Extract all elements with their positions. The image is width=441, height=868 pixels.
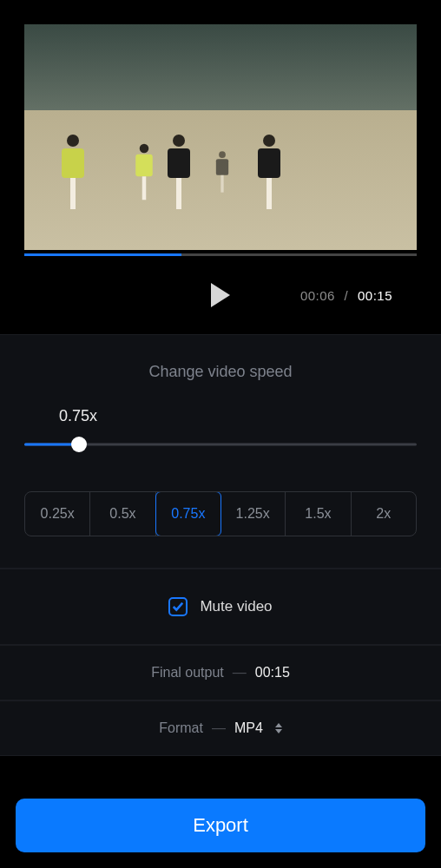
play-icon[interactable] xyxy=(211,283,230,307)
speed-title: Change video speed xyxy=(0,335,441,407)
speed-slider[interactable] xyxy=(24,434,417,455)
speed-preset-0-5x[interactable]: 0.5x xyxy=(90,492,155,536)
speed-slider-thumb[interactable] xyxy=(71,437,87,452)
timecode: 00:06 / 00:15 xyxy=(300,288,392,303)
speed-current-label: 0.75x xyxy=(59,407,417,425)
mute-label: Mute video xyxy=(200,598,272,615)
video-area: 00:06 / 00:15 xyxy=(0,0,441,334)
chevron-down-icon[interactable] xyxy=(275,729,282,733)
speed-panel: Change video speed 0.75x 0.25x0.5x0.75x1… xyxy=(0,334,441,569)
format-row: Format — MP4 xyxy=(0,700,441,756)
speed-preset-1-5x[interactable]: 1.5x xyxy=(286,492,351,536)
format-label: Format xyxy=(159,720,203,736)
speed-preset-1-25x[interactable]: 1.25x xyxy=(220,492,286,536)
duration: 00:15 xyxy=(358,288,392,303)
format-stepper[interactable] xyxy=(275,723,282,733)
final-output-label: Final output xyxy=(151,665,224,681)
speed-presets: 0.25x0.5x0.75x1.25x1.5x2x xyxy=(24,491,417,536)
chevron-up-icon[interactable] xyxy=(275,723,282,727)
final-output-value: 00:15 xyxy=(255,665,290,681)
time-separator: / xyxy=(345,288,349,303)
final-output-row: Final output — 00:15 xyxy=(0,645,441,700)
mute-checkbox[interactable] xyxy=(168,597,188,616)
format-value: MP4 xyxy=(234,720,263,736)
check-icon xyxy=(172,601,184,613)
mute-row: Mute video xyxy=(0,569,441,645)
export-button[interactable]: Export xyxy=(16,799,425,852)
speed-preset-2x[interactable]: 2x xyxy=(352,492,416,536)
video-preview[interactable] xyxy=(24,24,417,250)
speed-preset-0-75x[interactable]: 0.75x xyxy=(155,491,221,536)
speed-preset-0-25x[interactable]: 0.25x xyxy=(25,492,90,536)
current-time: 00:06 xyxy=(300,288,335,303)
